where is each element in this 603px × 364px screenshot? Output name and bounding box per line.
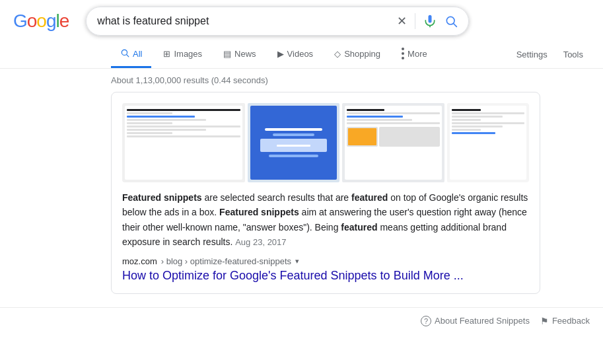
google-logo: Google [13, 11, 69, 32]
tab-shopping[interactable]: ◇ Shopping [325, 42, 390, 67]
snippet-paragraph: Featured snippets are selected search re… [122, 190, 529, 250]
snippet-image-2 [248, 103, 339, 182]
tab-more-label: More [408, 49, 427, 59]
feedback-button[interactable]: ⚑ Feedback [540, 316, 590, 326]
videos-tab-icon: ▶ [277, 49, 284, 59]
results-count: About 1,13,00,000 results (0.44 seconds) [0, 69, 603, 92]
feedback-icon: ⚑ [540, 316, 549, 326]
logo-o1: o [27, 11, 37, 31]
all-tab-icon [120, 48, 129, 59]
source-domain: moz.com [122, 256, 157, 266]
search-input[interactable]: what is featured snippet [97, 15, 397, 27]
source-line: moz.com › blog › optimize-featured-snipp… [122, 256, 529, 266]
logo-o2: o [36, 11, 46, 31]
tab-news[interactable]: ▤ News [214, 42, 266, 67]
search-submit-icon[interactable] [444, 15, 458, 28]
nav-tabs: All ⊞ Images ▤ News ▶ Videos ◇ Shopping … [0, 36, 603, 69]
tab-images-label: Images [174, 49, 202, 59]
tools-button[interactable]: Tools [557, 43, 590, 66]
source-dropdown-icon[interactable]: ▾ [295, 257, 299, 266]
about-featured-snippets[interactable]: ? About Featured Snippets [421, 316, 530, 326]
header: Google what is featured snippet ✕ [0, 0, 603, 36]
snippet-image-4 [447, 103, 529, 182]
snippet-bold-3: Featured snippets [219, 207, 299, 217]
icon-divider [415, 13, 415, 29]
news-tab-icon: ▤ [223, 49, 231, 59]
svg-line-3 [127, 54, 129, 56]
voice-search-icon[interactable] [423, 15, 437, 28]
tab-news-label: News [234, 49, 256, 59]
logo-g: G [13, 11, 27, 31]
tab-shopping-label: Shopping [344, 49, 380, 59]
tab-images[interactable]: ⊞ Images [154, 42, 211, 67]
logo-g2: g [46, 11, 56, 31]
settings-button[interactable]: Settings [510, 43, 554, 66]
snippet-images [122, 103, 529, 182]
snippet-image-3 [342, 103, 444, 182]
shopping-tab-icon: ◇ [334, 49, 341, 59]
page-footer: ? About Featured Snippets ⚑ Feedback [0, 307, 603, 334]
images-tab-icon: ⊞ [163, 49, 170, 59]
result-title-link[interactable]: How to Optimize for Google's Featured Sn… [122, 269, 464, 282]
search-bar-icons: ✕ [397, 13, 458, 29]
tab-more[interactable]: More [392, 41, 437, 68]
snippet-bold-2: featured [351, 192, 388, 203]
snippet-image-1 [122, 103, 245, 182]
nav-right: Settings Tools [510, 43, 603, 66]
clear-icon[interactable]: ✕ [397, 14, 407, 28]
tab-videos[interactable]: ▶ Videos [268, 42, 323, 67]
tab-videos-label: Videos [287, 49, 314, 59]
logo-e: e [59, 11, 69, 31]
tab-all[interactable]: All [111, 42, 151, 68]
snippet-bold-4: featured [341, 222, 377, 233]
featured-snippet: Featured snippets are selected search re… [111, 92, 540, 294]
snippet-date: Aug 23, 2017 [235, 237, 286, 247]
search-bar: what is featured snippet ✕ [86, 7, 469, 36]
tab-all-label: All [133, 49, 142, 59]
svg-line-1 [454, 24, 457, 27]
question-icon: ? [421, 316, 431, 326]
more-tab-icon [402, 48, 404, 59]
snippet-bold-1: Featured snippets [122, 192, 202, 203]
result-title: How to Optimize for Google's Featured Sn… [122, 269, 529, 283]
source-breadcrumb: › blog › optimize-featured-snippets [161, 256, 291, 266]
